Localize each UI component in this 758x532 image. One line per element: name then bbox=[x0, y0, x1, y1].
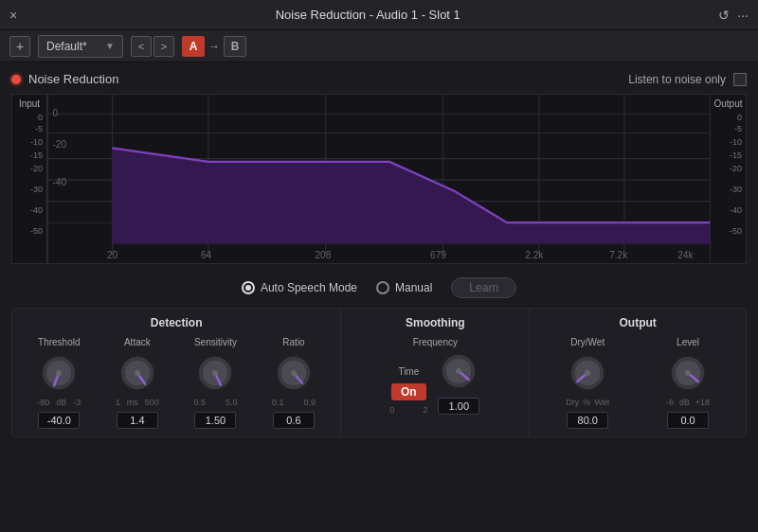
drywet-label: Dry/Wet bbox=[570, 337, 605, 347]
threshold-label: Threshold bbox=[38, 337, 80, 347]
threshold-max: -3 bbox=[73, 398, 81, 407]
sensitivity-knob[interactable] bbox=[193, 351, 237, 395]
sensitivity-knob-col: Sensitivity 0.5 5.0 1.50 bbox=[193, 337, 237, 429]
level-knob[interactable] bbox=[666, 351, 710, 395]
output-tick-15: -15 bbox=[730, 151, 742, 160]
ab-arrow-icon: → bbox=[208, 40, 220, 53]
level-range: -6 dB +18 bbox=[666, 398, 710, 407]
attack-knob[interactable] bbox=[116, 351, 159, 395]
input-tick-30: -30 bbox=[30, 185, 43, 194]
threshold-range: -80 dB -3 bbox=[37, 398, 81, 407]
on-button[interactable]: On bbox=[391, 383, 426, 400]
attack-label: Attack bbox=[124, 337, 151, 347]
input-tick-50: -50 bbox=[30, 226, 43, 236]
dropdown-arrow: ▼ bbox=[105, 41, 115, 51]
input-tick-20: -20 bbox=[30, 164, 43, 173]
ratio-knob-col: Ratio 0.1 0.9 0.6 bbox=[272, 337, 316, 429]
listen-noise-label: Listen to noise only bbox=[628, 73, 726, 86]
input-tick-10: -10 bbox=[30, 137, 43, 147]
time-label: Time bbox=[398, 366, 419, 377]
spectrum-svg: 0 -20 -40 20 64 208 679 2.2k 7.2k 24k bbox=[48, 95, 710, 263]
attack-value[interactable]: 1.4 bbox=[117, 412, 158, 429]
preset-name: Default* bbox=[46, 40, 87, 53]
level-knob-col: Level -6 dB +18 0.0 bbox=[666, 337, 710, 429]
svg-text:-40: -40 bbox=[53, 177, 67, 187]
svg-point-35 bbox=[291, 370, 297, 376]
ratio-knob[interactable] bbox=[272, 351, 316, 395]
add-preset-button[interactable]: + bbox=[9, 36, 30, 57]
frequency-value[interactable]: 1.00 bbox=[438, 398, 479, 415]
threshold-min: -80 bbox=[37, 398, 49, 407]
svg-text:2.2k: 2.2k bbox=[525, 250, 544, 260]
detection-knobs: Threshold -80 dB -3 -40.0 bbox=[22, 337, 331, 429]
time-range: 0 2 bbox=[389, 405, 427, 415]
input-scale: 0 -5 -10 -15 -20 -30 -40 -50 bbox=[12, 111, 46, 263]
input-tick-5: -5 bbox=[35, 124, 43, 133]
output-scale: 0 -5 -10 -15 -20 -30 -40 -50 bbox=[711, 111, 746, 263]
ratio-label: Ratio bbox=[282, 337, 304, 347]
input-tick-0: 0 bbox=[38, 113, 43, 122]
threshold-knob[interactable] bbox=[37, 351, 81, 395]
svg-text:208: 208 bbox=[315, 250, 331, 260]
level-label: Level bbox=[677, 337, 699, 347]
history-icon[interactable]: ↺ bbox=[718, 8, 730, 23]
auto-speech-dot bbox=[245, 285, 251, 291]
svg-text:64: 64 bbox=[201, 250, 212, 260]
frequency-knob[interactable] bbox=[437, 349, 480, 393]
output-tick-40: -40 bbox=[730, 205, 742, 215]
threshold-value[interactable]: -40.0 bbox=[38, 412, 80, 429]
plugin-header: Noise Reduction Listen to noise only bbox=[11, 72, 747, 86]
manual-label: Manual bbox=[395, 281, 432, 294]
drywet-knob[interactable] bbox=[566, 351, 609, 395]
output-tick-20: -20 bbox=[730, 164, 742, 173]
time-min: 0 bbox=[389, 405, 394, 415]
sensitivity-label: Sensitivity bbox=[194, 337, 237, 347]
drywet-knob-col: Dry/Wet Dry % Wet 80.0 bbox=[566, 337, 609, 429]
preset-prev-button[interactable]: < bbox=[131, 36, 152, 57]
output-tick-5: -5 bbox=[734, 124, 742, 133]
manual-radio[interactable] bbox=[376, 281, 389, 294]
close-icon[interactable]: × bbox=[9, 8, 17, 23]
threshold-unit: dB bbox=[56, 398, 66, 407]
sensitivity-value[interactable]: 1.50 bbox=[194, 412, 236, 429]
svg-point-32 bbox=[212, 370, 218, 376]
preset-next-button[interactable]: > bbox=[153, 36, 174, 57]
sensitivity-min: 0.5 bbox=[193, 398, 206, 407]
svg-text:0: 0 bbox=[53, 108, 59, 118]
a-button[interactable]: A bbox=[182, 36, 205, 57]
sensitivity-range: 0.5 5.0 bbox=[193, 398, 237, 407]
drywet-unit: % bbox=[583, 398, 590, 407]
drywet-value[interactable]: 80.0 bbox=[567, 412, 608, 429]
b-button[interactable]: B bbox=[224, 36, 246, 57]
output-tick-50: -50 bbox=[730, 226, 742, 236]
ratio-min: 0.1 bbox=[272, 398, 284, 407]
plugin-title: Noise Reduction bbox=[28, 72, 118, 86]
sensitivity-max: 5.0 bbox=[226, 398, 238, 407]
auto-speech-option[interactable]: Auto Speech Mode bbox=[242, 281, 357, 294]
frequency-label: Frequency bbox=[413, 337, 458, 347]
output-meter: Output 0 -5 -10 -15 -20 -30 -40 -50 bbox=[711, 94, 747, 264]
input-tick-40: -40 bbox=[30, 205, 43, 215]
svg-point-41 bbox=[585, 370, 590, 376]
output-tick-30: -30 bbox=[730, 185, 742, 194]
manual-option[interactable]: Manual bbox=[376, 281, 432, 294]
learn-button[interactable]: Learn bbox=[451, 277, 516, 298]
detection-title: Detection bbox=[22, 316, 331, 329]
ratio-range: 0.1 0.9 bbox=[272, 398, 316, 407]
auto-speech-radio[interactable] bbox=[242, 281, 255, 294]
level-unit: dB bbox=[679, 398, 690, 407]
frequency-knob-col: 1.00 bbox=[437, 349, 480, 415]
threshold-knob-col: Threshold -80 dB -3 -40.0 bbox=[37, 337, 81, 429]
svg-text:679: 679 bbox=[430, 250, 446, 260]
preset-dropdown[interactable]: Default* ▼ bbox=[38, 35, 123, 58]
ratio-value[interactable]: 0.6 bbox=[273, 412, 315, 429]
svg-text:-20: -20 bbox=[53, 139, 67, 150]
output-title: Output bbox=[539, 316, 736, 329]
time-col: Time On 0 2 bbox=[389, 366, 427, 415]
level-value[interactable]: 0.0 bbox=[667, 412, 709, 429]
power-dot[interactable] bbox=[11, 75, 21, 84]
listen-noise-checkbox[interactable] bbox=[733, 73, 747, 86]
menu-icon[interactable]: ··· bbox=[737, 8, 749, 23]
smoothing-group: Smoothing Frequency Time On 0 2 bbox=[341, 309, 530, 436]
window-title: Noise Reduction - Audio 1 - Slot 1 bbox=[276, 8, 460, 22]
